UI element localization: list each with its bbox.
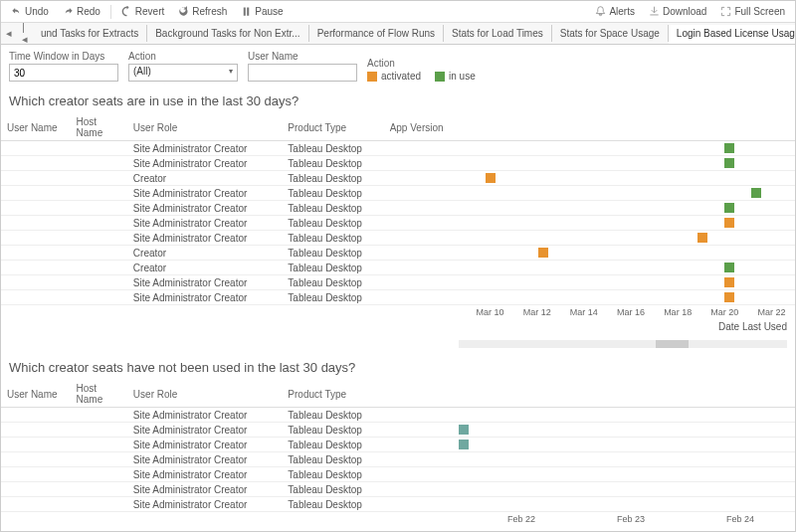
table-row[interactable]: CreatorTableau Desktop — [1, 171, 795, 186]
revert-button[interactable]: Revert — [115, 4, 170, 19]
th-chart — [459, 114, 795, 141]
data-marker[interactable] — [538, 248, 548, 258]
section1-table: User Name Host Name User Role Product Ty… — [1, 114, 795, 305]
table-row[interactable]: Site Administrator CreatorTableau Deskto… — [1, 156, 795, 171]
section2-axis: Feb 22Feb 23Feb 24 — [467, 512, 795, 526]
data-marker[interactable] — [724, 143, 734, 153]
table-row[interactable]: Site Administrator CreatorTableau Deskto… — [1, 497, 795, 512]
action-select[interactable]: (All) — [128, 64, 238, 82]
tab-2[interactable]: Performance of Flow Runs — [309, 25, 444, 42]
user-name-input[interactable] — [248, 64, 357, 82]
data-marker[interactable] — [486, 173, 496, 183]
tab-scroll-left[interactable]: ◂ — [1, 25, 17, 42]
table-row[interactable]: CreatorTableau Desktop — [1, 261, 795, 275]
time-window-input[interactable] — [9, 64, 118, 82]
fullscreen-button[interactable]: Full Screen — [714, 4, 791, 19]
legend-inuse: in use — [435, 71, 476, 82]
section1-title: Which creator seats are in use in the la… — [1, 89, 795, 114]
section1-axis-label: Date Last Used — [1, 319, 795, 338]
legend-activated-label: activated — [381, 71, 421, 82]
tab-5[interactable]: Login Based License Usage — [669, 25, 795, 44]
axis-tick: Mar 10 — [467, 307, 513, 317]
table-row[interactable]: Site Administrator CreatorTableau Deskto… — [1, 408, 795, 423]
section2-table: User Name Host Name User Role Product Ty… — [1, 381, 795, 512]
data-marker[interactable] — [459, 425, 469, 435]
table-row[interactable]: Site Administrator CreatorTableau Deskto… — [1, 216, 795, 231]
th2-chart — [459, 381, 795, 408]
fullscreen-label: Full Screen — [734, 6, 785, 17]
data-marker[interactable] — [724, 263, 734, 272]
axis-tick: Mar 20 — [701, 307, 748, 317]
filter-action: Action (All) — [128, 51, 238, 82]
table-row[interactable]: CreatorTableau Desktop — [1, 246, 795, 261]
pause-button[interactable]: Pause — [235, 4, 289, 19]
toolbar: Undo Redo Revert Refresh Pause Alerts Do… — [1, 1, 795, 23]
axis-tick: Mar 16 — [607, 307, 654, 317]
tab-4[interactable]: Stats for Space Usage — [552, 25, 669, 42]
undo-label: Undo — [25, 6, 49, 17]
table-row[interactable]: Site Administrator CreatorTableau Deskto… — [1, 186, 795, 201]
tab-bar: ◂ |◂ und Tasks for Extracts Background T… — [1, 23, 795, 45]
table-row[interactable]: Site Administrator CreatorTableau Deskto… — [1, 141, 795, 156]
data-marker[interactable] — [724, 277, 734, 287]
table-row[interactable]: Site Administrator CreatorTableau Deskto… — [1, 423, 795, 438]
table-row[interactable]: Site Administrator CreatorTableau Deskto… — [1, 231, 795, 246]
axis-tick: Feb 23 — [576, 514, 686, 524]
axis-tick: Mar 12 — [513, 307, 560, 317]
th2-hostname[interactable]: Host Name — [71, 381, 127, 408]
th2-blank — [384, 381, 460, 408]
legend-inuse-label: in use — [449, 71, 476, 82]
legend-title: Action — [367, 58, 476, 69]
tab-3[interactable]: Stats for Load Times — [444, 25, 552, 42]
data-marker[interactable] — [724, 292, 734, 302]
tab-scroll-left-skip[interactable]: |◂ — [17, 23, 33, 45]
divider — [110, 5, 111, 19]
filter-time-window-label: Time Window in Days — [9, 51, 118, 62]
tab-0[interactable]: und Tasks for Extracts — [33, 25, 147, 42]
redo-label: Redo — [77, 6, 100, 17]
th-username[interactable]: User Name — [1, 114, 71, 141]
pause-label: Pause — [255, 6, 283, 17]
tab-1[interactable]: Background Tasks for Non Extr... — [147, 25, 308, 42]
table-row[interactable]: Site Administrator CreatorTableau Deskto… — [1, 482, 795, 497]
download-label: Download — [663, 6, 706, 17]
download-button[interactable]: Download — [643, 4, 712, 19]
data-marker[interactable] — [697, 233, 707, 243]
section2-title: Which creator seats have not been used i… — [1, 356, 795, 381]
axis-tick: Feb 24 — [686, 514, 795, 524]
alerts-label: Alerts — [609, 6, 635, 17]
th-hostname[interactable]: Host Name — [71, 114, 127, 141]
table-row[interactable]: Site Administrator CreatorTableau Deskto… — [1, 201, 795, 216]
redo-button[interactable]: Redo — [57, 4, 106, 19]
data-marker[interactable] — [751, 188, 761, 198]
th-producttype[interactable]: Product Type — [282, 114, 383, 141]
th2-producttype[interactable]: Product Type — [282, 381, 383, 408]
data-marker[interactable] — [724, 158, 734, 168]
th-userrole[interactable]: User Role — [127, 114, 283, 141]
axis-tick: Mar 22 — [748, 307, 795, 317]
table-row[interactable]: Site Administrator CreatorTableau Deskto… — [1, 467, 795, 482]
th2-userrole[interactable]: User Role — [127, 381, 283, 408]
data-marker[interactable] — [724, 203, 734, 213]
table-row[interactable]: Site Administrator CreatorTableau Deskto… — [1, 438, 795, 452]
table-row[interactable]: Site Administrator CreatorTableau Deskto… — [1, 275, 795, 290]
th2-username[interactable]: User Name — [1, 381, 71, 408]
refresh-button[interactable]: Refresh — [172, 4, 233, 19]
filter-user-name: User Name — [248, 51, 357, 82]
table-row[interactable]: Site Administrator CreatorTableau Deskto… — [1, 290, 795, 305]
swatch-activated-icon — [367, 72, 377, 82]
section1-scrollbar[interactable] — [459, 340, 787, 348]
filter-time-window: Time Window in Days — [9, 51, 118, 82]
data-marker[interactable] — [724, 218, 734, 228]
alerts-button[interactable]: Alerts — [589, 4, 641, 19]
legend: Action activated in use — [367, 58, 476, 82]
filter-bar: Time Window in Days Action (All) User Na… — [1, 45, 795, 89]
refresh-label: Refresh — [192, 6, 227, 17]
table-row[interactable]: Site Administrator CreatorTableau Deskto… — [1, 452, 795, 467]
undo-button[interactable]: Undo — [5, 4, 55, 19]
axis-tick: Feb 22 — [467, 514, 576, 524]
th-appversion[interactable]: App Version — [384, 114, 460, 141]
filter-user-name-label: User Name — [248, 51, 357, 62]
legend-activated: activated — [367, 71, 421, 82]
data-marker[interactable] — [459, 440, 469, 449]
